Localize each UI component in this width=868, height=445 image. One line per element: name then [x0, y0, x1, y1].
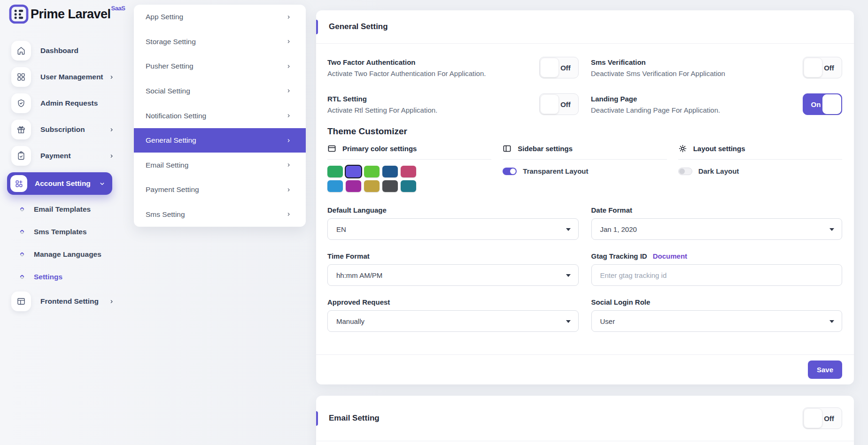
gtag-tracking-input[interactable]: [591, 264, 843, 286]
rtl-setting-toggle[interactable]: Off: [539, 93, 579, 115]
submenu-item-app-setting[interactable]: App Setting: [134, 5, 306, 30]
bullet-icon: [19, 207, 24, 212]
sidebar-item-admin-requests[interactable]: Admin Requests: [11, 93, 125, 113]
field-label: Default Language: [327, 206, 579, 214]
setting-title: Two Factor Authentication: [327, 58, 486, 66]
submenu-item-pusher-setting[interactable]: Pusher Setting: [134, 54, 306, 79]
sms-verification-toggle[interactable]: Off: [803, 57, 842, 78]
color-swatch[interactable]: [327, 180, 343, 192]
general-setting-footer: Save: [316, 354, 854, 384]
brand-badge: SaaS: [111, 5, 125, 12]
sidebar-subitem-manage-languages[interactable]: Manage Languages: [11, 243, 125, 266]
field-label: Time Format: [327, 252, 579, 260]
dark-layout-row: Dark Layout: [678, 167, 842, 175]
color-swatch[interactable]: [346, 180, 361, 192]
chevron-right-icon: [109, 154, 114, 158]
chevron-right-icon: [287, 114, 291, 118]
sidebar-item-label: Account Setting: [35, 179, 91, 188]
color-swatch[interactable]: [327, 166, 343, 177]
color-swatch[interactable]: [364, 166, 380, 177]
grid-plus-icon: [10, 175, 27, 192]
sidebar-item-subscription[interactable]: Subscription: [11, 120, 125, 139]
email-setting-toggle[interactable]: Off: [803, 407, 842, 429]
color-swatch[interactable]: [382, 166, 398, 177]
submenu-item-label: Pusher Setting: [146, 62, 194, 70]
setting-description: Deactivate Sms Verification For Applicat…: [591, 69, 725, 77]
selected-value: EN: [336, 225, 346, 233]
sidebar-item-label: Subscription: [40, 125, 85, 134]
field-label: Gtag Tracking ID Document: [591, 252, 843, 260]
home-icon: [11, 41, 31, 61]
sidebar-item-user-management[interactable]: User Management: [11, 67, 125, 87]
setting-description: Activate Two Factor Authentication For A…: [327, 69, 486, 77]
bullet-icon: [19, 252, 24, 257]
toggle-state-label: Off: [540, 57, 578, 78]
submenu-item-storage-setting[interactable]: Storage Setting: [134, 30, 306, 54]
submenu-item-social-setting[interactable]: Social Setting: [134, 79, 306, 104]
two-factor-toggle[interactable]: Off: [539, 57, 579, 78]
chevron-right-icon: [287, 212, 291, 216]
dark-layout-toggle[interactable]: [678, 168, 692, 175]
field-label: Date Format: [591, 206, 843, 214]
brand-logo[interactable]: Prime LaravelSaaS: [8, 4, 125, 24]
color-swatch[interactable]: [401, 166, 416, 177]
sidebar-item-account-setting[interactable]: Account Setting: [7, 172, 112, 195]
primary-color-header: Primary color settings: [327, 144, 491, 160]
email-setting-card: Email Setting Off: [316, 396, 854, 445]
submenu-item-email-setting[interactable]: Email Setting: [134, 153, 306, 177]
theme-customizer-heading: Theme Customizer: [327, 126, 842, 137]
field-label: Approved Request: [327, 298, 579, 306]
time-format-select[interactable]: hh:mm AM/PM: [327, 264, 579, 286]
shield-check-icon: [11, 93, 31, 113]
landing-page-toggle[interactable]: On: [803, 93, 842, 115]
sidebar-item-dashboard[interactable]: Dashboard: [11, 41, 125, 61]
setting-description: Activate Rtl Setting For Application.: [327, 106, 437, 114]
chevron-right-icon: [287, 89, 291, 93]
sidebar-subitem-label: Manage Languages: [34, 250, 101, 259]
sidebar-item-frontend-setting[interactable]: Frontend Setting: [11, 292, 125, 311]
date-format-select[interactable]: Jan 1, 2020: [591, 218, 843, 240]
sidebar-item-payment[interactable]: Payment: [11, 146, 125, 166]
sidebar-subitem-email-templates[interactable]: Email Templates: [11, 198, 125, 221]
toggle-state-label: Off: [540, 94, 578, 115]
approved-request-field: Approved Request Manually: [327, 298, 579, 332]
email-setting-title: Email Setting: [329, 414, 380, 423]
chevron-right-icon: [109, 75, 114, 79]
submenu-item-general-setting[interactable]: General Setting: [134, 128, 306, 153]
toggle-label: Transparent Layout: [523, 167, 588, 175]
settings-submenu-panel: App Setting Storage Setting Pusher Setti…: [134, 5, 306, 227]
approved-request-select[interactable]: Manually: [327, 310, 579, 332]
caret-down-icon: [829, 320, 834, 323]
toggle-label: Dark Layout: [698, 167, 739, 175]
chevron-right-icon: [287, 188, 291, 192]
toggle-state-label: Off: [803, 408, 842, 429]
landing-page-row: Landing Page Deactivate Landing Page For…: [591, 93, 842, 115]
document-link[interactable]: Document: [653, 252, 687, 260]
color-swatch-grid: [327, 166, 491, 192]
brand-logo-icon: [8, 4, 29, 24]
rtl-setting-row: RTL Setting Activate Rtl Setting For App…: [327, 93, 579, 115]
sidebar-subitem-sms-templates[interactable]: Sms Templates: [11, 221, 125, 243]
chevron-right-icon: [287, 15, 291, 19]
rtl-setting-text: RTL Setting Activate Rtl Setting For App…: [327, 95, 437, 114]
save-button[interactable]: Save: [808, 361, 842, 379]
color-swatch[interactable]: [382, 180, 398, 192]
submenu-item-sms-setting[interactable]: Sms Setting: [134, 202, 306, 227]
social-login-role-select[interactable]: User: [591, 310, 843, 332]
sidebar-settings: Sidebar settings Transparent Layout: [503, 144, 666, 192]
color-swatch[interactable]: [346, 166, 361, 177]
transparent-layout-row: Transparent Layout: [503, 167, 666, 175]
default-language-select[interactable]: EN: [327, 218, 579, 240]
clipboard-check-icon: [11, 146, 31, 166]
color-swatch[interactable]: [401, 180, 416, 192]
submenu-item-payment-setting[interactable]: Payment Setting: [134, 177, 306, 202]
color-swatch[interactable]: [364, 180, 380, 192]
feature-toggles: Two Factor Authentication Activate Two F…: [327, 57, 842, 115]
sidebar-layout-icon: [503, 144, 512, 153]
sidebar-subitem-settings[interactable]: Settings: [11, 266, 125, 288]
account-setting-submenu: Email Templates Sms Templates Manage Lan…: [11, 198, 125, 288]
transparent-layout-toggle[interactable]: [503, 168, 517, 175]
setting-title: RTL Setting: [327, 95, 437, 103]
submenu-item-notification-setting[interactable]: Notification Setting: [134, 103, 306, 128]
sidebar-item-label: Payment: [40, 152, 71, 160]
